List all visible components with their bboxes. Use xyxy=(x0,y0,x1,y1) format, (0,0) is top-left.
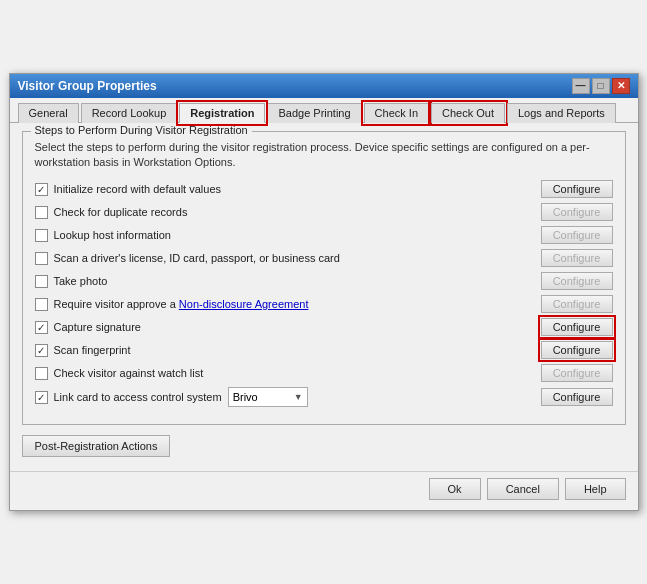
checkbox-check-duplicate[interactable] xyxy=(35,206,48,219)
cancel-button[interactable]: Cancel xyxy=(487,478,559,500)
configure-btn-lookup-host[interactable]: Configure xyxy=(541,226,613,244)
maximize-button[interactable]: □ xyxy=(592,78,610,94)
tab-check-in[interactable]: Check In xyxy=(364,103,429,123)
close-button[interactable]: ✕ xyxy=(612,78,630,94)
label-nda: Require visitor approve a Non-disclosure… xyxy=(54,298,309,310)
label-check-duplicate: Check for duplicate records xyxy=(54,206,188,218)
label-take-photo: Take photo xyxy=(54,275,108,287)
tab-content: Steps to Perform During Visitor Registra… xyxy=(10,123,638,468)
configure-btn-nda[interactable]: Configure xyxy=(541,295,613,313)
window-title: Visitor Group Properties xyxy=(18,79,157,93)
description-text: Select the steps to perform during the v… xyxy=(35,140,613,171)
configure-btn-check-duplicate[interactable]: Configure xyxy=(541,203,613,221)
main-window: Visitor Group Properties — □ ✕ General R… xyxy=(9,73,639,512)
tab-check-out[interactable]: Check Out xyxy=(431,103,505,123)
step-row-init-record: Initialize record with default values Co… xyxy=(35,180,613,198)
label-capture-sig: Capture signature xyxy=(54,321,141,333)
label-init-record: Initialize record with default values xyxy=(54,183,222,195)
tab-record-lookup[interactable]: Record Lookup xyxy=(81,103,178,123)
step-row-check-duplicate: Check for duplicate records Configure xyxy=(35,203,613,221)
minimize-button[interactable]: — xyxy=(572,78,590,94)
configure-btn-scan-fingerprint[interactable]: Configure xyxy=(541,341,613,359)
tabs-bar: General Record Lookup Registration Badge… xyxy=(10,98,638,123)
checkbox-nda[interactable] xyxy=(35,298,48,311)
label-lookup-host: Lookup host information xyxy=(54,229,171,241)
footer: Ok Cancel Help xyxy=(10,471,638,510)
tab-logs-reports[interactable]: Logs and Reports xyxy=(507,103,616,123)
checkbox-watch-list[interactable] xyxy=(35,367,48,380)
step-row-take-photo: Take photo Configure xyxy=(35,272,613,290)
checkbox-scan-id[interactable] xyxy=(35,252,48,265)
step-row-watch-list: Check visitor against watch list Configu… xyxy=(35,364,613,382)
title-bar: Visitor Group Properties — □ ✕ xyxy=(10,74,638,98)
group-box-title: Steps to Perform During Visitor Registra… xyxy=(31,124,252,136)
checkbox-scan-fingerprint[interactable] xyxy=(35,344,48,357)
ok-button[interactable]: Ok xyxy=(429,478,481,500)
tab-badge-printing[interactable]: Badge Printing xyxy=(267,103,361,123)
label-link-card: Link card to access control system xyxy=(54,391,222,403)
configure-btn-init-record[interactable]: Configure xyxy=(541,180,613,198)
checkbox-init-record[interactable] xyxy=(35,183,48,196)
configure-btn-link-card[interactable]: Configure xyxy=(541,388,613,406)
nda-link[interactable]: Non-disclosure Agreement xyxy=(179,298,309,310)
configure-btn-take-photo[interactable]: Configure xyxy=(541,272,613,290)
checkbox-take-photo[interactable] xyxy=(35,275,48,288)
tab-registration[interactable]: Registration xyxy=(179,103,265,123)
dropdown-arrow-icon: ▼ xyxy=(294,392,303,402)
label-watch-list: Check visitor against watch list xyxy=(54,367,204,379)
dropdown-value: Brivo xyxy=(233,391,258,403)
checkbox-capture-sig[interactable] xyxy=(35,321,48,334)
label-scan-fingerprint: Scan fingerprint xyxy=(54,344,131,356)
step-row-scan-fingerprint: Scan fingerprint Configure xyxy=(35,341,613,359)
configure-btn-scan-id[interactable]: Configure xyxy=(541,249,613,267)
title-bar-buttons: — □ ✕ xyxy=(572,78,630,94)
tab-general[interactable]: General xyxy=(18,103,79,123)
checkbox-lookup-host[interactable] xyxy=(35,229,48,242)
step-row-nda: Require visitor approve a Non-disclosure… xyxy=(35,295,613,313)
step-row-lookup-host: Lookup host information Configure xyxy=(35,226,613,244)
access-control-dropdown[interactable]: Brivo ▼ xyxy=(228,387,308,407)
configure-btn-watch-list[interactable]: Configure xyxy=(541,364,613,382)
step-row-link-card: Link card to access control system Brivo… xyxy=(35,387,613,407)
step-row-scan-id: Scan a driver's license, ID card, passpo… xyxy=(35,249,613,267)
checkbox-link-card[interactable] xyxy=(35,391,48,404)
configure-btn-capture-sig[interactable]: Configure xyxy=(541,318,613,336)
step-row-capture-sig: Capture signature Configure xyxy=(35,318,613,336)
help-button[interactable]: Help xyxy=(565,478,626,500)
label-scan-id: Scan a driver's license, ID card, passpo… xyxy=(54,252,340,264)
steps-group-box: Steps to Perform During Visitor Registra… xyxy=(22,131,626,426)
post-registration-btn[interactable]: Post-Registration Actions xyxy=(22,435,171,457)
